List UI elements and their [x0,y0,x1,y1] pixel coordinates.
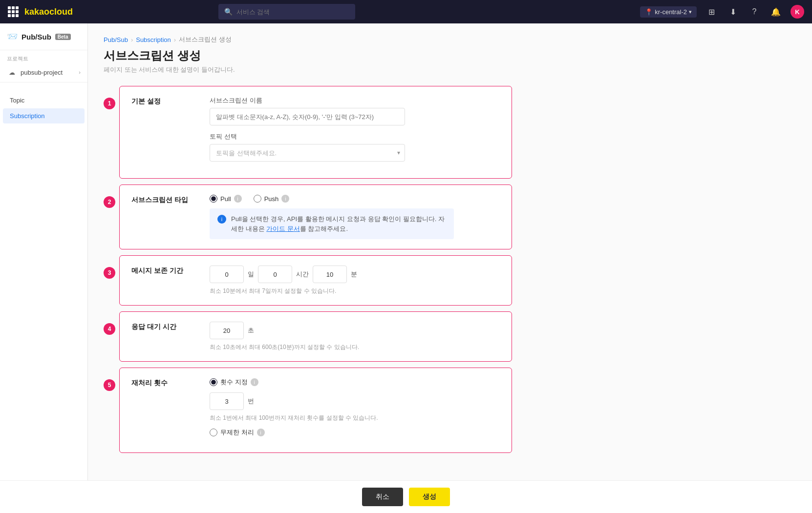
section-retention: 3 메시지 보존 기간 일 시간 [104,255,512,311]
breadcrumb-current: 서브스크립션 생성 [179,35,232,44]
step-1-indicator: 1 [104,98,119,109]
logo: kakaocloud [24,7,73,17]
day-input[interactable] [210,266,244,283]
project-selector[interactable]: ☁ pubsub-project › [0,64,87,80]
sec-unit: 초 [248,326,254,335]
page-title: 서브스크립션 생성 [104,48,512,63]
section-3-card: 메시지 보존 기간 일 시간 분 최소 10분에 [119,255,512,306]
nav-right: 📍 kr-central-2 ▾ ⊞ ⬇ ? 🔔 K [640,5,804,19]
name-input[interactable] [210,108,405,125]
retry-hint: 최소 1번에서 최대 100번까지 재처리 횟수를 설정할 수 있습니다. [210,414,500,422]
service-header: 📨 Pub/Sub Beta [0,23,87,50]
step-3-indicator: 3 [104,267,119,279]
pull-info-box: i Pull을 선택한 경우, API를 활용한 메시지 요청과 응답 확인이 … [210,208,454,239]
page-description: 페이지 또는 서비스에 대한 설명이 들어갑니다. [104,65,512,74]
step-5-circle: 5 [104,379,115,391]
count-unit: 번 [248,397,254,406]
guide-link[interactable]: 가이드 문서 [266,225,300,232]
type-radio-group: Pull i Push i [210,195,500,203]
section-basic: 1 기본 설정 서브스크립션 이름 토픽 선택 [104,86,512,185]
grid-menu-icon[interactable] [8,6,19,17]
breadcrumb: Pub/Sub › Subscription › 서브스크립션 생성 [104,35,512,44]
section-3-title: 메시지 보존 기간 [131,266,210,275]
push-radio-label[interactable]: Push i [254,195,290,203]
top-navbar: kakaocloud 🔍 📍 kr-central-2 ▾ ⊞ ⬇ ? 🔔 K [0,0,812,23]
hour-unit: 시간 [296,270,309,279]
retention-inputs: 일 시간 분 [210,266,500,283]
hour-input[interactable] [258,266,292,283]
main-content: Pub/Sub › Subscription › 서브스크립션 생성 서브스크립… [88,23,812,513]
bottom-actions: 취소 생성 [0,480,812,513]
step-2-indicator: 2 [104,196,119,208]
pull-info-icon[interactable]: i [234,195,242,203]
step-3-circle: 3 [104,267,115,279]
layout-icon[interactable]: ⊞ [705,5,718,19]
timeout-hint: 최소 10초에서 최대 600초(10분)까지 설정할 수 있습니다. [210,343,500,351]
region-selector[interactable]: 📍 kr-central-2 ▾ [640,6,697,18]
count-radio-group: 횟수 지정 i [210,378,500,387]
unlimited-radio-label[interactable]: 무제한 처리 i [210,428,265,437]
push-radio[interactable] [254,195,261,203]
section-2-body: Pull i Push i [210,195,500,239]
section-4-card: 응답 대기 시간 초 최소 10초에서 최대 600초(10분)까지 설정할 수… [119,311,512,362]
min-unit: 분 [351,270,357,279]
download-icon[interactable]: ⬇ [726,5,740,19]
breadcrumb-pubsub[interactable]: Pub/Sub [104,36,128,43]
section-5-card: 재처리 횟수 횟수 지정 i [119,368,512,453]
cancel-button[interactable]: 취소 [362,488,403,506]
search-icon: 🔍 [224,8,233,16]
section-5-title: 재처리 횟수 [131,378,210,388]
section-retry: 5 재처리 횟수 횟수 지정 i [104,368,512,459]
section-5-body: 횟수 지정 i 번 최소 1번에서 최대 100번까지 재처리 횟수를 설정할 … [210,378,500,443]
notifications-icon[interactable]: 🔔 [769,5,783,19]
count-radio[interactable] [210,378,217,386]
timeout-inputs: 초 [210,322,500,339]
avatar[interactable]: K [791,5,804,19]
section-1-title: 기본 설정 [131,96,210,106]
step-2-circle: 2 [104,196,115,208]
search-input[interactable] [236,8,349,16]
section-1-card: 기본 설정 서브스크립션 이름 토픽 선택 [119,86,512,179]
pull-radio-label[interactable]: Pull i [210,195,242,203]
section-label: 프로젝트 [0,50,87,64]
retry-count-inputs: 번 [210,392,500,410]
chevron-down-icon: ▾ [689,9,692,15]
sidebar: 📨 Pub/Sub Beta 프로젝트 ☁ pubsub-project › T… [0,23,88,513]
unlimited-radio[interactable] [210,429,217,436]
search-bar[interactable]: 🔍 [218,4,355,20]
count-input[interactable] [210,392,244,410]
breadcrumb-subscription[interactable]: Subscription [136,36,171,43]
chevron-right-icon: › [79,69,81,75]
sidebar-item-topic[interactable]: Topic [3,93,85,108]
step-1-circle: 1 [104,98,115,109]
info-box-text: Pull을 선택한 경우, API를 활용한 메시지 요청과 응답 확인이 필요… [231,214,446,233]
cloud-icon: ☁ [7,67,17,77]
breadcrumb-sep2: › [174,36,176,43]
section-timeout: 4 응답 대기 시간 초 최소 10초에서 최대 600초(10분)까지 설정할… [104,311,512,368]
step-4-indicator: 4 [104,323,119,335]
section-4-body: 초 최소 10초에서 최대 600초(10분)까지 설정할 수 있습니다. [210,322,500,351]
create-button[interactable]: 생성 [409,488,450,506]
unlimited-radio-group: 무제한 처리 i [210,428,500,437]
section-type: 2 서브스크립션 타입 Pull i [104,185,512,255]
step-4-circle: 4 [104,323,115,335]
topic-label: 토픽 선택 [210,132,500,141]
topic-select[interactable]: 토픽을 선택해주세요. [210,144,405,162]
count-radio-label[interactable]: 횟수 지정 i [210,378,258,387]
section-2-card: 서브스크립션 타입 Pull i [119,185,512,249]
name-field: 서브스크립션 이름 [210,96,500,125]
push-info-icon[interactable]: i [281,195,289,203]
count-info-icon[interactable]: i [251,378,258,386]
topic-select-wrapper: 토픽을 선택해주세요. ▾ [210,144,405,162]
topic-field: 토픽 선택 토픽을 선택해주세요. ▾ [210,132,500,162]
sidebar-item-subscription[interactable]: Subscription [3,108,85,123]
retention-hint: 최소 10분에서 최대 7일까지 설정할 수 있습니다. [210,287,500,295]
step-5-indicator: 5 [104,379,119,391]
min-input[interactable] [313,266,347,283]
pull-radio[interactable] [210,195,217,203]
unlimited-info-icon[interactable]: i [257,429,265,436]
section-4-title: 응답 대기 시간 [131,322,210,331]
sec-input[interactable] [210,322,244,339]
help-icon[interactable]: ? [748,5,761,19]
pubsub-icon: 📨 [7,31,18,42]
